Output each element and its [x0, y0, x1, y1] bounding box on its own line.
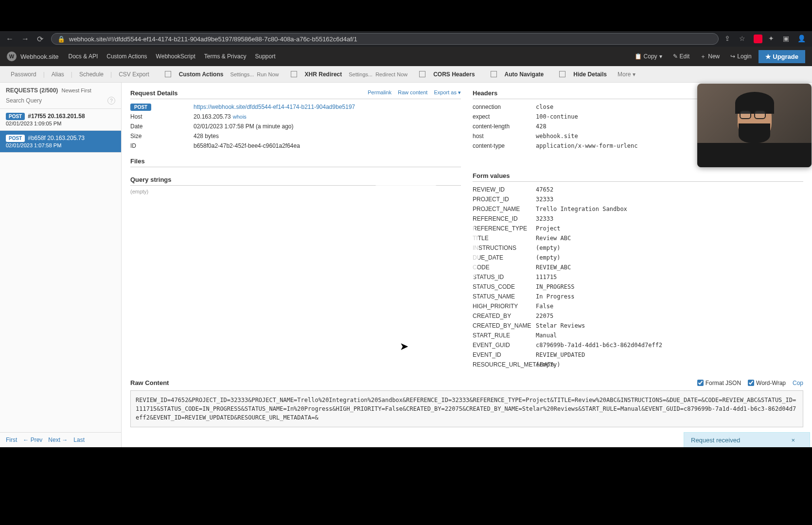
form-key: PROJECT_NAME: [473, 206, 536, 212]
tb-cors[interactable]: CORS Headers: [429, 69, 478, 80]
header-key: connection: [473, 104, 536, 110]
form-val: Review ABC: [536, 235, 803, 242]
nav-custom-actions[interactable]: Custom Actions: [106, 53, 147, 60]
tb-autonav[interactable]: Auto Navigate: [501, 69, 548, 80]
form-key: REFERENCE_TYPE: [473, 225, 536, 232]
caret-down-icon: ▾: [659, 53, 662, 60]
formvalues-title: Form values: [473, 172, 803, 182]
request-url[interactable]: https://webhook.site/dfdd5544-ef14-4174-…: [194, 104, 461, 110]
form-key: REVIEW_ID: [473, 186, 536, 193]
panel-icon[interactable]: ▣: [783, 35, 792, 43]
form-val: Trello Integration Sandbox: [536, 206, 803, 212]
form-val: 32333: [536, 215, 803, 222]
request-details-title: Request Details Permalink Raw content Ex…: [130, 89, 461, 99]
pager-prev[interactable]: ← Prev: [23, 437, 42, 443]
tb-csv-export[interactable]: CSV Export: [115, 69, 153, 80]
tb-settings2[interactable]: Settings...: [349, 71, 372, 77]
tb-hidedetails[interactable]: Hide Details: [569, 69, 611, 80]
method-badge: POST: [6, 135, 25, 142]
lock-icon: 🔒: [57, 35, 65, 43]
header-key: expect: [473, 113, 536, 120]
star-icon[interactable]: ☆: [739, 35, 748, 43]
tb-redirect[interactable]: Redirect Now: [375, 71, 407, 77]
back-icon[interactable]: ←: [6, 35, 14, 44]
tb-custom-actions[interactable]: Custom Actions: [175, 69, 228, 80]
form-val: (empty): [536, 254, 803, 261]
browser-chrome: ← → ⟳ 🔒 webhook.site/#!/dfdd5544-ef14-41…: [0, 31, 812, 47]
brand[interactable]: W Webhook.site: [7, 52, 59, 61]
form-val: Project: [536, 225, 803, 232]
pager-last[interactable]: Last: [73, 437, 85, 443]
caret-down-icon: ▾: [458, 89, 461, 95]
whois-link[interactable]: whois: [233, 114, 247, 120]
nav-terms[interactable]: Terms & Privacy: [204, 53, 247, 60]
word-wrap-toggle[interactable]: Word-Wrap: [748, 380, 786, 386]
reload-icon[interactable]: ⟳: [37, 35, 43, 44]
puzzle-icon[interactable]: ✦: [768, 35, 777, 43]
tb-schedule[interactable]: Schedule: [75, 69, 107, 80]
form-val: REVIEW_UPDATED: [536, 351, 803, 358]
edit-button[interactable]: ✎Edit: [669, 51, 694, 62]
raw-body[interactable]: REVIEW_ID=47652&PROJECT_ID=32333&PROJECT…: [130, 390, 803, 427]
profile-icon[interactable]: 👤: [797, 35, 806, 43]
toast: Request received ×: [684, 432, 810, 447]
pager-first[interactable]: First: [6, 437, 17, 443]
search-input[interactable]: [6, 97, 107, 104]
copy-raw-link[interactable]: Cop: [793, 380, 803, 386]
play-icon: [386, 218, 440, 286]
nav-docs[interactable]: Docs & API: [69, 53, 98, 60]
login-button[interactable]: ↪Login: [726, 51, 755, 62]
share-icon[interactable]: ⇪: [724, 35, 733, 43]
form-val: c879699b-7a1d-4dd1-b6c3-862d04d7eff2: [536, 342, 803, 349]
rawcontent-link[interactable]: Raw content: [398, 89, 427, 95]
copy-icon: 📋: [635, 53, 642, 60]
tb-settings1[interactable]: Settings...: [230, 71, 254, 77]
request-item[interactable]: POST#17f55 20.163.201.58 02/01/2023 1:09…: [0, 109, 121, 131]
nav-webhookscript[interactable]: WebhookScript: [156, 53, 195, 60]
form-key: HIGH_PRIORITY: [473, 303, 536, 310]
form-val: (empty): [536, 245, 803, 251]
tb-runnow[interactable]: Run Now: [257, 71, 279, 77]
help-icon[interactable]: ?: [107, 97, 115, 105]
form-key: EVENT_ID: [473, 351, 536, 358]
nav-support[interactable]: Support: [255, 53, 275, 60]
cb-cors[interactable]: [419, 71, 425, 77]
tb-alias[interactable]: Alias: [48, 69, 68, 80]
request-item[interactable]: POST#b658f 20.163.205.73 02/01/2023 1:07…: [0, 131, 121, 153]
toolbar: Password| Alias| Schedule| CSV Export Cu…: [0, 66, 812, 83]
form-key: START_RULE: [473, 332, 536, 339]
sidebar-sort[interactable]: Newest First: [62, 88, 91, 93]
play-button[interactable]: [333, 179, 479, 325]
cb-xhr[interactable]: [291, 71, 297, 77]
form-val: 111715: [536, 274, 803, 280]
cb-autonav[interactable]: [491, 71, 497, 77]
form-key: STATUS_ID: [473, 274, 536, 280]
form-val: 32333: [536, 196, 803, 203]
url-text: webhook.site/#!/dfdd5544-ef14-4174-b211-…: [69, 35, 357, 43]
form-key: STATUS_NAME: [473, 293, 536, 300]
format-json-toggle[interactable]: Format JSON: [697, 380, 741, 386]
new-button[interactable]: ＋New: [696, 51, 724, 63]
form-val: IN_PROGRESS: [536, 283, 803, 290]
form-val: REVIEW_ABC: [536, 264, 803, 271]
exportas-link[interactable]: Export as ▾: [434, 89, 461, 95]
upgrade-button[interactable]: ★ Upgrade: [759, 50, 805, 63]
extension-icon[interactable]: [754, 35, 762, 43]
sidebar: REQUESTS (2/500) Newest First ? POST#17f…: [0, 83, 122, 447]
permalink-link[interactable]: Permalink: [368, 89, 391, 95]
form-key: RESOURCE_URL_METADATA: [473, 361, 536, 368]
tb-xhr[interactable]: XHR Redirect: [301, 69, 346, 80]
cb-custom-actions[interactable]: [165, 71, 171, 77]
form-val: 47652: [536, 186, 803, 193]
close-icon[interactable]: ×: [791, 437, 795, 444]
form-key: STATUS_CODE: [473, 283, 536, 290]
pager-next[interactable]: Next →: [48, 437, 68, 443]
forward-icon[interactable]: →: [21, 35, 29, 44]
pager: First ← Prev Next → Last: [0, 432, 121, 447]
tb-password[interactable]: Password: [7, 69, 40, 80]
address-bar[interactable]: 🔒 webhook.site/#!/dfdd5544-ef14-4174-b21…: [51, 33, 719, 45]
copy-button[interactable]: 📋Copy ▾: [631, 51, 666, 62]
form-key: TITLE: [473, 235, 536, 242]
tb-more[interactable]: More ▾: [614, 69, 639, 80]
cb-hidedetails[interactable]: [559, 71, 565, 77]
